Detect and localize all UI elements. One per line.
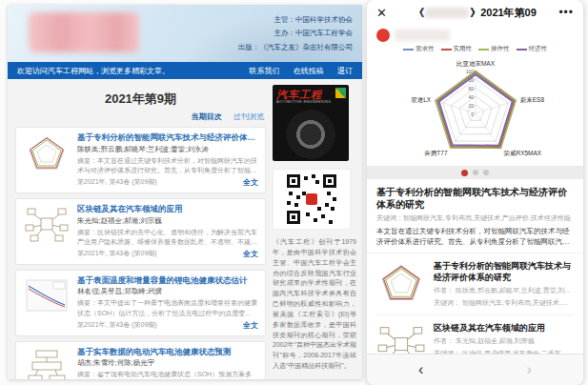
contact-link[interactable]: 联系我们 [250,67,280,75]
fulltext-link[interactable]: 全文 [243,249,258,259]
carousel-dot[interactable] [461,170,468,176]
article-meta: 第2021年, 第43卷 (第09期) [77,177,157,187]
radar-axis-label: 奔腾T77 [424,150,448,156]
radar-axis-label: 比亚迪宋MAX [456,60,495,67]
article-card[interactable]: 基于专利分析的智能网联汽车技术与经济评价体系的研究 陈轶嵩;邢云鹏;郝晓琴;兰利… [15,127,266,193]
radar-axis-label: 蔚来ES8 [519,96,544,103]
welcome-message: 欢迎访问汽车工程网站，浏览更多精彩文章。 [17,66,170,76]
welcome-links: 联系我们 在线投稿 退订 [238,66,353,76]
legend-item: 实用性 [441,45,473,53]
journal-site-window: 主管：中国科学技术协会 主办：中国汽车工程学会 出版：《汽车之友》杂志社有限公司… [8,5,362,379]
article-abstract: 摘要：鉴于现有电动汽车电池健康状态（SOH）预测方案多基于条件有限实验室的实验数… [77,370,258,379]
nav-back-button[interactable]: ‹ [367,355,476,385]
radar-chart-thumbnail-icon [23,132,71,172]
masthead-supervisor: 主管：中国科学技术协会 [238,13,353,27]
item-title[interactable]: 区块链及其在汽车领域的应用 [434,322,574,334]
radar-chart-thumbnail-icon [376,260,426,304]
welcome-bar: 欢迎访问汽车工程网站，浏览更多精彩文章。 联系我们 在线投稿 退订 [8,62,362,79]
legend-swatch [403,49,414,51]
tab-archive-browse[interactable]: 过刊浏览 [233,112,264,121]
legend-label: 实用性 [454,45,473,53]
page-title-suffix: 》2021年第09 [470,6,537,20]
article-list-column: 2021年第9期 当期目次 过刊浏览 [15,85,266,379]
mobile-header: ✕ 《 》2021年第09 ••• [367,0,583,25]
radar-tick-label: 20 [468,103,474,109]
carousel-dot[interactable] [473,170,478,175]
list-item[interactable]: 基于专利分析的智能网联汽车技术与经济评价体系的研究 作者： 陈轶嵩,邢云鹏,郝晓… [376,253,574,315]
site-content: 2021年第9期 当期目次 过刊浏览 [8,79,362,379]
masthead-sponsor: 主办：中国汽车工程学会 [238,27,353,40]
feature-keywords: 关键词：智能网联汽车,专利布局,关键技术,产品评价,技术经济性能 [376,213,574,223]
issue-title: 2021年第9期 [15,91,266,108]
article-meta: 第2021年, 第43卷 (第09期) [77,249,157,258]
close-icon[interactable]: ✕ [376,6,395,20]
screenshot-stage: 主管：中国科学技术协会 主办：中国汽车工程学会 出版：《汽车之友》杂志社有限公司… [0,0,588,385]
legend-label: 经济性 [529,45,548,53]
legend-item: 需求性 [403,45,435,53]
account-name-redacted [395,30,450,41]
legend-item: 操作性 [478,45,510,53]
legend-swatch [441,49,452,51]
mobile-bottom-nav: ‹ › [367,354,583,385]
radar-chart: 020406080100比亚迪宋MAX蔚来ES8荣威RX5MAX奔腾T77星途L… [367,53,583,166]
article-meta: 第2021年, 第43卷 (第09期) [77,320,157,330]
feature-excerpt: 本文旨在通过关键专利技术分析，对智能网联汽车的技术与经济评价体系进行研究。首先、… [376,226,574,248]
mobile-article-window: ✕ 《 》2021年第09 ••• 需求性实用性操作性经济性 020406080… [367,0,583,385]
nav-forward-button[interactable]: › [476,355,584,385]
article-abstract: 摘要：区块链技术的去中心化、透明和信任，为解决当前汽车产业用户隐私泄露、维修保养… [77,228,258,247]
article-title[interactable]: 基于表面温度和增量容量的锂电池健康状态估计 [77,275,258,286]
item-authors: 作者： 陈轶嵩,邢云鹏,郝晓琴,兰利波,曹堂,刘永涛 [434,286,574,295]
journal-name-redacted [425,8,469,18]
article-abstract: 摘要：本文旨在通过关键专利技术分析，对智能网联汽车的技术与经济评价体系进行研究。… [77,156,258,175]
article-card[interactable]: 基于实车数据的电动汽车电池健康状态预测 胡杰;朱雪玲;何陈;杨光宇 摘要：鉴于现… [15,341,266,379]
article-title[interactable]: 基于专利分析的智能网联汽车技术与经济评价体系的研究 [77,132,258,143]
fulltext-link[interactable]: 全文 [243,320,258,331]
legend-swatch [517,49,527,51]
more-menu-icon[interactable]: ••• [555,6,574,19]
article-abstract: 摘要：本文中提出了一种基于电池表面温度和增量容量的健康状态（SOH）估计方法，分… [77,298,258,317]
legend-item: 经济性 [517,45,548,53]
radar-tick-label: 60 [468,86,474,91]
block-diagram-thumbnail-icon [23,347,71,379]
submit-link[interactable]: 在线投稿 [294,67,324,75]
radar-axis-label: 荣威RX5MAX [503,150,541,156]
network-diagram-thumbnail-icon [23,204,71,244]
article-authors: 朱光灿;赵福全;郝瀚;刘宗巍 [77,216,258,226]
article-card[interactable]: 基于表面温度和增量容量的锂电池健康状态估计 林名强;吴登昌;郑取峰;武骥 摘要：… [15,270,266,336]
journal-cover[interactable]: 汽车工程 AUTOMOTIVE ENGINEERING [273,85,349,161]
radar-axis-label: 星途LX [411,96,432,103]
masthead: 主管：中国科学技术协会 主办：中国汽车工程学会 出版：《汽车之友》杂志社有限公司 [238,13,353,54]
article-title[interactable]: 基于实车数据的电动汽车电池健康状态预测 [77,347,258,357]
feature-article: 基于专利分析的智能网联汽车技术与经济评价体系的研究 关键词：智能网联汽车,专利布… [367,179,583,253]
line-chart-thumbnail-icon [23,275,71,315]
legend-label: 需求性 [416,45,435,53]
journal-cover-subtitle: AUTOMOTIVE ENGINEERING [276,100,331,104]
legend-label: 操作性 [491,45,510,53]
article-authors: 胡杰;朱雪玲;何陈;杨光宇 [77,358,258,368]
article-card[interactable]: 区块链及其在汽车领域的应用 朱光灿;赵福全;郝瀚;刘宗巍 摘要：区块链技术的去中… [15,198,266,265]
unsubscribe-link[interactable]: 退订 [337,67,353,75]
tab-current-toc[interactable]: 当期目次 [192,112,222,121]
radar-legend: 需求性实用性操作性经济性 [367,45,583,53]
feature-title[interactable]: 基于专利分析的智能网联汽车技术与经济评价体系的研究 [376,186,574,211]
article-authors: 林名强;吴登昌;郑取峰;武骥 [77,287,258,296]
article-title[interactable]: 区块链及其在汽车领域的应用 [77,204,258,214]
issue-tabs: 当期目次 过刊浏览 [15,111,266,122]
radar-tick-label: 0 [471,111,474,117]
fulltext-link[interactable]: 全文 [243,177,258,188]
legend-swatch [478,49,489,51]
account-avatar[interactable] [376,29,390,42]
masthead-publisher: 出版：《汽车之友》杂志社有限公司 [238,41,353,54]
journal-intro-text: 《汽车工程》创刊于1979年，是由中国科学技术协会主管、中国汽车工程学会主办的综… [273,237,356,372]
page-title: 《 》2021年第09 [395,6,555,20]
page-title-prefix: 《 [414,6,424,20]
account-row [367,25,583,44]
article-authors: 陈轶嵩;邢云鹏;郝晓琴;兰利波;曹堂;刘永涛 [77,145,258,154]
carousel-dots [367,166,583,179]
cover-corner-mark [335,88,346,98]
car-wheel-graphic [286,110,335,159]
item-title[interactable]: 基于专利分析的智能网联汽车技术与经济评价体系的研究 [434,260,574,283]
carousel-dot[interactable] [483,170,489,175]
site-banner: 主管：中国科学技术协会 主办：中国汽车工程学会 出版：《汽车之友》杂志社有限公司 [8,5,362,62]
qr-code [273,169,351,230]
